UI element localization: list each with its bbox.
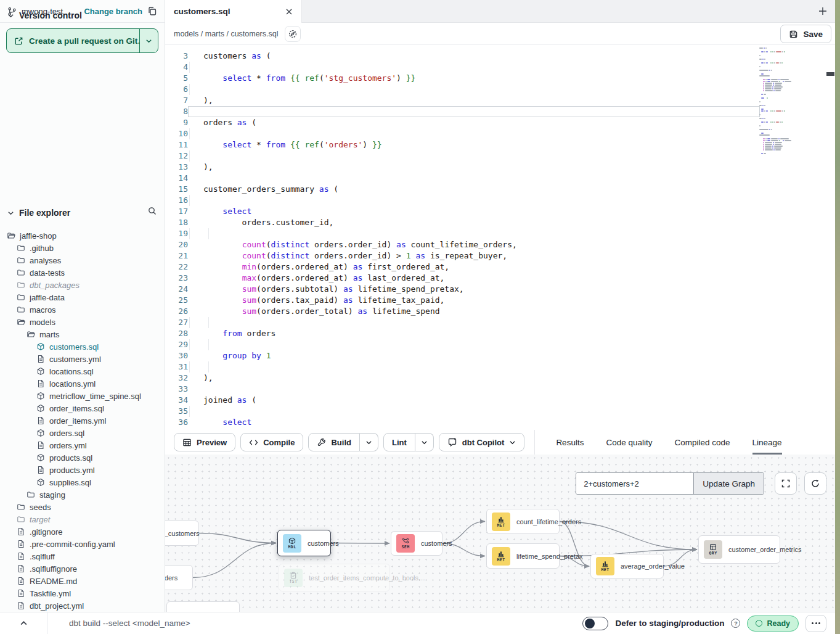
lineage-node-customer-order-metrics[interactable]: QRYcustomer_order_metrics — [698, 535, 780, 564]
search-icon[interactable] — [147, 206, 157, 216]
tree-item-order-items-yml[interactable]: order_items.yml — [0, 414, 165, 427]
tree-item--sqlfluffignore[interactable]: .sqlfluffignore — [0, 562, 165, 575]
code-line-5[interactable]: 5 select * from {{ ref('stg_customers') … — [165, 73, 760, 84]
save-button[interactable]: Save — [780, 25, 831, 43]
lineage-node-test-order-items-compute-to-bools-[interactable]: TSTtest_order_items_compute_to_bools… — [279, 564, 390, 591]
new-tab-button[interactable] — [814, 2, 831, 20]
code-line-35[interactable]: 35 — [165, 406, 760, 417]
lint-dropdown[interactable] — [415, 433, 434, 451]
code-line-26[interactable]: 26 sum(orders.order_total) as lifetime_s… — [165, 306, 760, 317]
tree-item-orders-yml[interactable]: orders.yml — [0, 439, 165, 451]
tree-item-products-yml[interactable]: products.yml — [0, 464, 165, 476]
preview-button[interactable]: Preview — [174, 433, 235, 451]
code-line-30[interactable]: 30 group by 1 — [165, 350, 760, 361]
compile-button[interactable]: Compile — [240, 433, 303, 451]
lineage-node-count-lifetime-orders[interactable]: METcount_lifetime_orders — [486, 509, 560, 534]
code-line-8[interactable]: 8 — [165, 106, 760, 117]
code-line-31[interactable]: 31 — [165, 361, 760, 373]
dbt-command-input[interactable] — [48, 612, 582, 634]
lint-button[interactable]: Lint — [383, 433, 415, 451]
tree-item-data-tests[interactable]: data-tests — [0, 266, 165, 279]
minimap[interactable] — [759, 47, 806, 155]
code-line-28[interactable]: 28 from orders — [165, 328, 760, 339]
panel-tab-compiled-code[interactable]: Compiled code — [674, 430, 730, 455]
tree-item-jaffle-data[interactable]: jaffle-data — [0, 291, 165, 303]
code-line-23[interactable]: 23 max(orders.ordered_at) as last_ordere… — [165, 273, 760, 284]
build-button[interactable]: Build — [308, 433, 360, 451]
panel-tab-code-quality[interactable]: Code quality — [606, 430, 652, 455]
refresh-button[interactable] — [804, 472, 826, 495]
tree-item-supplies-sql[interactable]: supplies.sql — [0, 476, 165, 488]
scrollbar-thumb[interactable] — [826, 72, 834, 76]
tree-item-taskfile-yml[interactable]: Taskfile.yml — [0, 587, 165, 599]
code-line-34[interactable]: 34joined as ( — [165, 395, 760, 406]
tree-item-customers-sql[interactable]: customers.sql — [0, 340, 165, 353]
code-line-19[interactable]: 19 — [165, 228, 760, 239]
tree-item--sqlfluff[interactable]: .sqlfluff — [0, 550, 165, 562]
code-editor[interactable]: 3customers as (45 select * from {{ ref('… — [165, 45, 840, 430]
code-line-33[interactable]: 33 — [165, 384, 760, 395]
create-pr-button[interactable]: Create a pull request on Git… — [6, 28, 158, 53]
code-line-32[interactable]: 32), — [165, 373, 760, 384]
code-line-14[interactable]: 14 — [165, 173, 760, 184]
tree-item-marts[interactable]: marts — [0, 328, 165, 340]
node-compass-button[interactable] — [285, 26, 301, 42]
close-icon[interactable] — [285, 8, 293, 15]
dbt-copilot-button[interactable]: dbt Copilot — [439, 433, 525, 451]
code-line-11[interactable]: 11 select * from {{ ref('orders') }} — [165, 139, 760, 150]
tree-item-staging[interactable]: staging — [0, 488, 165, 501]
update-graph-button[interactable]: Update Graph — [693, 473, 764, 494]
lineage-node-average-order-value[interactable]: METaverage_order_value — [590, 554, 664, 578]
tree-item-analyses[interactable]: analyses — [0, 254, 165, 266]
overflow-menu-button[interactable] — [805, 615, 826, 632]
code-line-12[interactable]: 12 — [165, 150, 760, 162]
code-line-20[interactable]: 20 count(distinct orders.order_id) as co… — [165, 239, 760, 250]
tree-item--gitignore[interactable]: .gitignore — [0, 525, 165, 538]
code-line-6[interactable]: 6 — [165, 84, 760, 95]
code-line-25[interactable]: 25 sum(orders.tax_paid) as lifetime_tax_… — [165, 295, 760, 306]
code-line-15[interactable]: 15customer_orders_summary as ( — [165, 184, 760, 195]
lineage-node-lifetime-spend-pretax[interactable]: METlifetime_spend_pretax — [486, 543, 560, 569]
code-line-17[interactable]: 17 select — [165, 206, 760, 217]
tree-item-jaffle-shop[interactable]: jaffle-shop — [0, 229, 165, 242]
code-line-21[interactable]: 21 count(distinct orders.order_id) > 1 a… — [165, 250, 760, 261]
tab-customers-sql[interactable]: customers.sql — [165, 0, 302, 23]
tree-item-order-items-sql[interactable]: order_items.sql — [0, 402, 165, 414]
tree-item-orders-sql[interactable]: orders.sql — [0, 427, 165, 439]
panel-tab-results[interactable]: Results — [556, 430, 584, 455]
code-line-24[interactable]: 24 sum(orders.subtotal) as lifetime_spen… — [165, 284, 760, 295]
code-line-36[interactable]: 36 select — [165, 417, 760, 428]
lineage-node-orders[interactable]: MDLorders — [165, 565, 193, 590]
tree-item-macros[interactable]: macros — [0, 303, 165, 316]
code-line-9[interactable]: 9orders as ( — [165, 117, 760, 128]
status-badge[interactable]: Ready — [747, 615, 799, 632]
code-line-3[interactable]: 3customers as ( — [165, 51, 760, 62]
code-line-22[interactable]: 22 min(orders.ordered_at) as first_order… — [165, 261, 760, 273]
code-line-18[interactable]: 18 orders.customer_id, — [165, 217, 760, 228]
tree-item-dbt-project-yml[interactable]: dbt_project.yml — [0, 599, 165, 612]
fullscreen-button[interactable] — [775, 472, 797, 495]
tree-item--pre-commit-config-yaml[interactable]: .pre-commit-config.yaml — [0, 538, 165, 550]
code-line-4[interactable]: 4 — [165, 62, 760, 73]
tree-item-customers-yml[interactable]: customers.yml — [0, 353, 165, 365]
lineage-node-customers[interactable]: MDLcustomers — [277, 530, 331, 556]
defer-toggle[interactable] — [582, 617, 608, 630]
panel-tab-lineage[interactable]: Lineage — [752, 430, 782, 455]
change-branch-link[interactable]: Change branch — [84, 7, 142, 16]
code-line-16[interactable]: 16 — [165, 195, 760, 206]
create-pr-dropdown[interactable] — [139, 29, 158, 52]
copy-icon[interactable] — [147, 6, 157, 16]
collapse-caret-button[interactable] — [0, 612, 48, 634]
tree-item-locations-sql[interactable]: locations.sql — [0, 365, 165, 377]
code-line-13[interactable]: 13), — [165, 162, 760, 173]
code-line-7[interactable]: 7), — [165, 95, 760, 106]
code-line-27[interactable]: 27 — [165, 317, 760, 328]
lineage-node-customers[interactable]: SEMcustomers — [391, 531, 442, 556]
tree-item-models[interactable]: models — [0, 316, 165, 328]
tree-item-locations-yml[interactable]: locations.yml — [0, 377, 165, 390]
file-explorer-header[interactable]: File explorer — [0, 204, 165, 222]
build-dropdown[interactable] — [360, 433, 378, 451]
tree-item-metricflow-time-spine-sql[interactable]: metricflow_time_spine.sql — [0, 390, 165, 402]
tree-item-seeds[interactable]: seeds — [0, 501, 165, 513]
tree-item-products-sql[interactable]: products.sql — [0, 451, 165, 464]
